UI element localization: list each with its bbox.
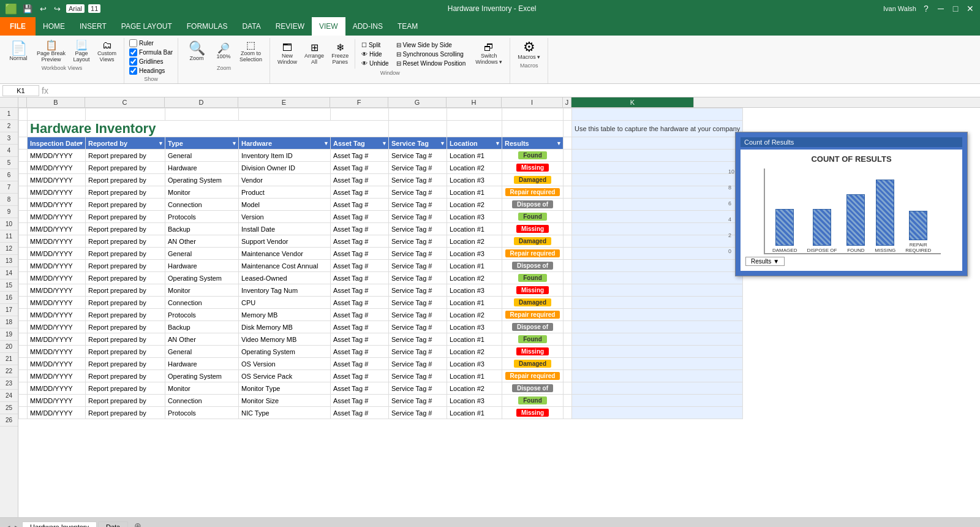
cell-reported-18[interactable]: Report prepared by xyxy=(86,321,165,333)
formula-input[interactable] xyxy=(51,87,978,94)
cell-location-8[interactable]: Location #2 xyxy=(447,199,502,211)
cell-k7[interactable] xyxy=(572,186,743,199)
cell-hardware-8[interactable]: Model xyxy=(239,199,331,211)
cell-i2[interactable] xyxy=(502,121,564,137)
cell-inspection-7[interactable]: MM/DD/YYYY xyxy=(28,186,86,199)
switch-windows-btn[interactable]: 🗗 SwitchWindows ▾ xyxy=(473,42,505,66)
row-num-18[interactable]: 18 xyxy=(0,316,18,328)
menu-page-layout[interactable]: PAGE LAYOUT xyxy=(114,17,179,36)
cell-k16[interactable] xyxy=(572,297,743,309)
cell-k10[interactable] xyxy=(572,223,743,235)
cell-type-5[interactable]: Hardware xyxy=(165,162,239,174)
cell-a23[interactable] xyxy=(19,382,28,395)
headings-checkbox[interactable] xyxy=(129,67,137,75)
header-reported-by[interactable]: Reported by ▼ xyxy=(86,137,165,150)
cell-result-7[interactable]: Repair required xyxy=(502,186,564,199)
tab-data[interactable]: Data xyxy=(98,521,128,527)
cell-location-24[interactable]: Location #3 xyxy=(447,395,502,407)
menu-home[interactable]: HOME xyxy=(36,17,72,36)
cell-type-8[interactable]: Connection xyxy=(165,199,239,211)
view-custom-views-btn[interactable]: 🗂 CustomViews xyxy=(95,39,119,64)
row-num-7[interactable]: 7 xyxy=(0,181,18,194)
cell-asset-10[interactable]: Asset Tag # xyxy=(331,223,389,235)
cell-location-12[interactable]: Location #3 xyxy=(447,248,502,260)
cell-type-25[interactable]: Protocols xyxy=(165,407,239,419)
cell-location-7[interactable]: Location #1 xyxy=(447,186,502,199)
cell-hardware-19[interactable]: Video Memory MB xyxy=(239,333,331,346)
cell-reported-24[interactable]: Report prepared by xyxy=(86,395,165,407)
cell-hardware-23[interactable]: Monitor Type xyxy=(239,382,331,395)
cell-reported-11[interactable]: Report prepared by xyxy=(86,235,165,248)
cell-j9[interactable] xyxy=(564,211,572,223)
asset-tag-filter-btn[interactable]: ▼ xyxy=(382,140,387,146)
gridlines-checkbox-label[interactable]: Gridlines xyxy=(129,58,173,66)
new-window-btn[interactable]: 🗔 NewWindow xyxy=(275,42,300,66)
cell-location-16[interactable]: Location #1 xyxy=(447,297,502,309)
cell-inspection-15[interactable]: MM/DD/YYYY xyxy=(28,284,86,297)
cell-service-13[interactable]: Service Tag # xyxy=(389,260,447,272)
cell-result-10[interactable]: Missing xyxy=(502,223,564,235)
cell-type-14[interactable]: Operating System xyxy=(165,272,239,284)
cell-j15[interactable] xyxy=(564,284,572,297)
cell-asset-7[interactable]: Asset Tag # xyxy=(331,186,389,199)
cell-type-22[interactable]: Operating System xyxy=(165,370,239,382)
cell-result-18[interactable]: Dispose of xyxy=(502,321,564,333)
cell-hardware-16[interactable]: CPU xyxy=(239,297,331,309)
header-results[interactable]: Results ▼ xyxy=(502,137,564,150)
cell-hardware-15[interactable]: Inventory Tag Num xyxy=(239,284,331,297)
row-num-5[interactable]: 5 xyxy=(0,157,18,169)
cell-inspection-19[interactable]: MM/DD/YYYY xyxy=(28,333,86,346)
cell-a14[interactable] xyxy=(19,272,28,284)
cell-location-20[interactable]: Location #2 xyxy=(447,346,502,358)
cell-type-6[interactable]: Operating System xyxy=(165,174,239,186)
cell-hardware-9[interactable]: Version xyxy=(239,211,331,223)
cell-location-6[interactable]: Location #3 xyxy=(447,174,502,186)
col-header-h[interactable]: H xyxy=(447,97,502,107)
restore-btn[interactable]: □ xyxy=(951,4,960,13)
cell-k11[interactable] xyxy=(572,235,743,248)
menu-team[interactable]: TEAM xyxy=(390,17,425,36)
cell-asset-13[interactable]: Asset Tag # xyxy=(331,260,389,272)
cell-service-6[interactable]: Service Tag # xyxy=(389,174,447,186)
reset-window-btn[interactable]: ⊟ Reset Window Position xyxy=(394,59,469,67)
row-num-12[interactable]: 12 xyxy=(0,243,18,255)
cell-inspection-21[interactable]: MM/DD/YYYY xyxy=(28,358,86,370)
cell-hardware-10[interactable]: Install Date xyxy=(239,223,331,235)
cell-hardware-14[interactable]: Leased-Owned xyxy=(239,272,331,284)
font-selector[interactable]: Arial xyxy=(66,4,85,13)
cell-result-11[interactable]: Damaged xyxy=(502,235,564,248)
cell-reported-23[interactable]: Report prepared by xyxy=(86,382,165,395)
cell-reported-22[interactable]: Report prepared by xyxy=(86,370,165,382)
menu-formulas[interactable]: FORMULAS xyxy=(179,17,235,36)
cell-j20[interactable] xyxy=(564,346,572,358)
cell-j18[interactable] xyxy=(564,321,572,333)
cell-inspection-6[interactable]: MM/DD/YYYY xyxy=(28,174,86,186)
quick-access-save[interactable]: 💾 xyxy=(21,4,34,13)
zoom-100-btn[interactable]: 🔎 100% xyxy=(213,42,235,61)
cell-f1[interactable] xyxy=(331,108,389,121)
cell-k5[interactable] xyxy=(572,162,743,174)
cell-result-13[interactable]: Dispose of xyxy=(502,260,564,272)
cell-inspection-18[interactable]: MM/DD/YYYY xyxy=(28,321,86,333)
cell-type-19[interactable]: AN Other xyxy=(165,333,239,346)
cell-type-9[interactable]: Protocols xyxy=(165,211,239,223)
cell-asset-15[interactable]: Asset Tag # xyxy=(331,284,389,297)
gridlines-checkbox[interactable] xyxy=(129,58,137,66)
cell-service-16[interactable]: Service Tag # xyxy=(389,297,447,309)
cell-j3[interactable] xyxy=(564,137,572,150)
font-size-selector[interactable]: 11 xyxy=(88,4,100,13)
cell-a5[interactable] xyxy=(19,162,28,174)
view-page-layout-btn[interactable]: 📃 PageLayout xyxy=(70,39,92,64)
cell-type-16[interactable]: Connection xyxy=(165,297,239,309)
cell-reported-17[interactable]: Report prepared by xyxy=(86,309,165,321)
cell-a20[interactable] xyxy=(19,346,28,358)
cell-k24[interactable] xyxy=(572,395,743,407)
cell-type-12[interactable]: General xyxy=(165,248,239,260)
header-hardware[interactable]: Hardware ▼ xyxy=(239,137,331,150)
cell-a24[interactable] xyxy=(19,395,28,407)
cell-type-15[interactable]: Monitor xyxy=(165,284,239,297)
cell-j11[interactable] xyxy=(564,235,572,248)
cell-k15[interactable] xyxy=(572,284,743,297)
cell-reported-8[interactable]: Report prepared by xyxy=(86,199,165,211)
location-filter-btn[interactable]: ▼ xyxy=(495,140,500,146)
